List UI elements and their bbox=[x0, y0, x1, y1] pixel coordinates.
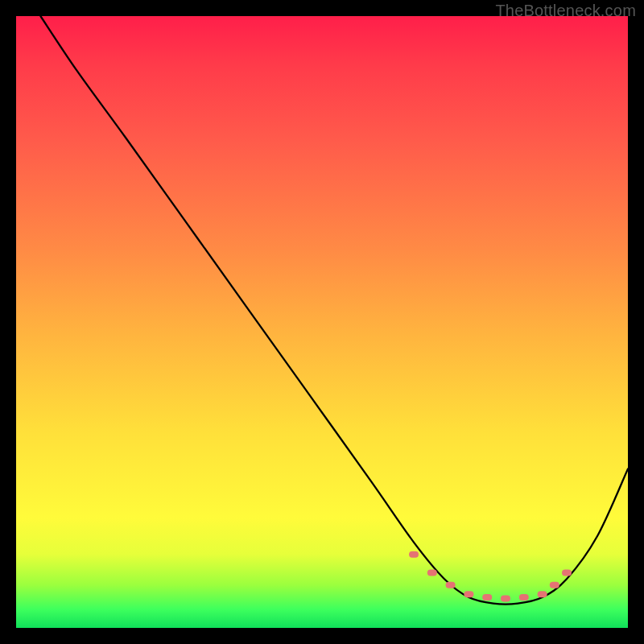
highlight-dot bbox=[446, 582, 456, 588]
curve-layer bbox=[16, 16, 628, 628]
highlight-dot bbox=[562, 570, 572, 576]
chart-frame: TheBottleneck.com bbox=[0, 0, 644, 644]
highlight-dot bbox=[538, 591, 547, 597]
highlight-dot bbox=[464, 591, 473, 597]
watermark-text: TheBottleneck.com bbox=[495, 2, 636, 20]
bottleneck-curve-path bbox=[40, 16, 628, 605]
highlight-dot bbox=[519, 594, 529, 601]
highlight-dot bbox=[482, 594, 492, 601]
highlight-dots bbox=[409, 551, 572, 602]
highlight-dot bbox=[409, 551, 419, 558]
highlight-dot bbox=[427, 570, 437, 576]
highlight-dot bbox=[501, 596, 510, 602]
plot-area bbox=[16, 16, 628, 628]
highlight-dot bbox=[550, 582, 559, 588]
bottleneck-curve bbox=[40, 16, 628, 605]
